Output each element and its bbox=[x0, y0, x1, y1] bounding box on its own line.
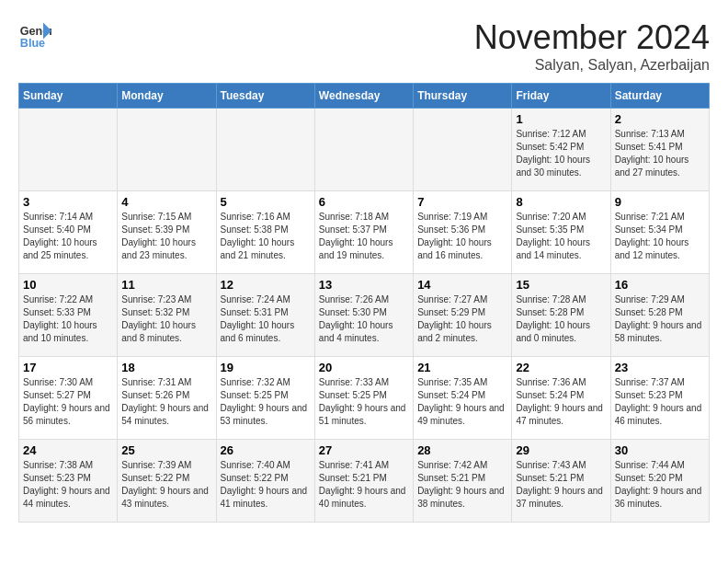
calendar-cell bbox=[19, 109, 118, 191]
calendar-week-row: 24Sunrise: 7:38 AMSunset: 5:23 PMDayligh… bbox=[19, 440, 710, 523]
day-info: Sunrise: 7:20 AMSunset: 5:35 PMDaylight:… bbox=[516, 211, 606, 262]
calendar-week-row: 1Sunrise: 7:12 AMSunset: 5:42 PMDaylight… bbox=[19, 109, 710, 191]
month-title: November 2024 bbox=[474, 18, 710, 57]
calendar-cell: 14Sunrise: 7:27 AMSunset: 5:29 PMDayligh… bbox=[414, 274, 512, 357]
calendar-cell: 6Sunrise: 7:18 AMSunset: 5:37 PMDaylight… bbox=[314, 191, 413, 274]
day-number: 25 bbox=[121, 443, 211, 457]
day-number: 19 bbox=[221, 361, 311, 374]
day-info: Sunrise: 7:19 AMSunset: 5:36 PMDaylight:… bbox=[417, 211, 507, 262]
calendar-cell: 19Sunrise: 7:32 AMSunset: 5:25 PMDayligh… bbox=[216, 357, 314, 440]
day-info: Sunrise: 7:35 AMSunset: 5:24 PMDaylight:… bbox=[417, 376, 507, 428]
day-info: Sunrise: 7:29 AMSunset: 5:28 PMDaylight:… bbox=[615, 293, 705, 345]
weekday-header-monday: Monday bbox=[118, 84, 216, 109]
calendar-cell: 21Sunrise: 7:35 AMSunset: 5:24 PMDayligh… bbox=[414, 357, 512, 440]
day-number: 8 bbox=[516, 195, 606, 209]
weekday-header-thursday: Thursday bbox=[414, 84, 512, 109]
day-number: 9 bbox=[615, 195, 705, 209]
day-info: Sunrise: 7:32 AMSunset: 5:25 PMDaylight:… bbox=[221, 376, 311, 428]
calendar-cell: 1Sunrise: 7:12 AMSunset: 5:42 PMDaylight… bbox=[512, 109, 610, 191]
calendar-cell: 9Sunrise: 7:21 AMSunset: 5:34 PMDaylight… bbox=[610, 191, 709, 274]
day-number: 23 bbox=[615, 361, 705, 374]
calendar-cell: 20Sunrise: 7:33 AMSunset: 5:25 PMDayligh… bbox=[314, 357, 413, 440]
calendar-cell: 7Sunrise: 7:19 AMSunset: 5:36 PMDaylight… bbox=[414, 191, 512, 274]
day-info: Sunrise: 7:15 AMSunset: 5:39 PMDaylight:… bbox=[121, 211, 211, 262]
calendar-cell: 23Sunrise: 7:37 AMSunset: 5:23 PMDayligh… bbox=[610, 357, 709, 440]
calendar-cell: 3Sunrise: 7:14 AMSunset: 5:40 PMDaylight… bbox=[19, 191, 118, 274]
calendar-cell: 28Sunrise: 7:42 AMSunset: 5:21 PMDayligh… bbox=[414, 440, 512, 523]
day-number: 16 bbox=[615, 278, 705, 292]
calendar-cell: 22Sunrise: 7:36 AMSunset: 5:24 PMDayligh… bbox=[512, 357, 610, 440]
logo: General Blue bbox=[18, 18, 51, 52]
calendar-cell bbox=[314, 109, 413, 191]
calendar-cell: 27Sunrise: 7:41 AMSunset: 5:21 PMDayligh… bbox=[314, 440, 413, 523]
day-number: 22 bbox=[516, 361, 606, 374]
weekday-header-row: SundayMondayTuesdayWednesdayThursdayFrid… bbox=[19, 84, 710, 109]
day-number: 26 bbox=[221, 443, 311, 457]
day-info: Sunrise: 7:28 AMSunset: 5:28 PMDaylight:… bbox=[516, 293, 606, 345]
location: Salyan, Salyan, Azerbaijan bbox=[474, 57, 710, 74]
day-info: Sunrise: 7:22 AMSunset: 5:33 PMDaylight:… bbox=[23, 293, 113, 345]
day-info: Sunrise: 7:31 AMSunset: 5:26 PMDaylight:… bbox=[121, 376, 211, 428]
calendar-cell: 12Sunrise: 7:24 AMSunset: 5:31 PMDayligh… bbox=[216, 274, 314, 357]
day-info: Sunrise: 7:14 AMSunset: 5:40 PMDaylight:… bbox=[23, 211, 113, 262]
weekday-header-tuesday: Tuesday bbox=[216, 84, 314, 109]
day-info: Sunrise: 7:33 AMSunset: 5:25 PMDaylight:… bbox=[319, 376, 409, 428]
day-info: Sunrise: 7:39 AMSunset: 5:22 PMDaylight:… bbox=[121, 459, 211, 511]
calendar-cell: 4Sunrise: 7:15 AMSunset: 5:39 PMDaylight… bbox=[118, 191, 216, 274]
day-info: Sunrise: 7:13 AMSunset: 5:41 PMDaylight:… bbox=[615, 128, 705, 179]
weekday-header-friday: Friday bbox=[512, 84, 610, 109]
day-info: Sunrise: 7:26 AMSunset: 5:30 PMDaylight:… bbox=[319, 293, 409, 345]
calendar-cell: 29Sunrise: 7:43 AMSunset: 5:21 PMDayligh… bbox=[512, 440, 610, 523]
day-info: Sunrise: 7:37 AMSunset: 5:23 PMDaylight:… bbox=[615, 376, 705, 428]
day-number: 6 bbox=[319, 195, 409, 209]
calendar-week-row: 3Sunrise: 7:14 AMSunset: 5:40 PMDaylight… bbox=[19, 191, 710, 274]
calendar-cell: 24Sunrise: 7:38 AMSunset: 5:23 PMDayligh… bbox=[19, 440, 118, 523]
day-number: 3 bbox=[23, 195, 113, 209]
day-number: 14 bbox=[417, 278, 507, 292]
day-number: 24 bbox=[23, 443, 113, 457]
day-number: 28 bbox=[417, 443, 507, 457]
day-number: 2 bbox=[615, 112, 705, 126]
calendar-cell: 18Sunrise: 7:31 AMSunset: 5:26 PMDayligh… bbox=[118, 357, 216, 440]
day-number: 10 bbox=[23, 278, 113, 292]
day-info: Sunrise: 7:41 AMSunset: 5:21 PMDaylight:… bbox=[319, 459, 409, 511]
day-number: 18 bbox=[121, 361, 211, 374]
calendar-cell: 5Sunrise: 7:16 AMSunset: 5:38 PMDaylight… bbox=[216, 191, 314, 274]
calendar-week-row: 10Sunrise: 7:22 AMSunset: 5:33 PMDayligh… bbox=[19, 274, 710, 357]
calendar-cell: 25Sunrise: 7:39 AMSunset: 5:22 PMDayligh… bbox=[118, 440, 216, 523]
day-number: 12 bbox=[221, 278, 311, 292]
calendar-week-row: 17Sunrise: 7:30 AMSunset: 5:27 PMDayligh… bbox=[19, 357, 710, 440]
day-number: 13 bbox=[319, 278, 409, 292]
day-info: Sunrise: 7:30 AMSunset: 5:27 PMDaylight:… bbox=[23, 376, 113, 428]
day-number: 7 bbox=[417, 195, 507, 209]
day-number: 5 bbox=[221, 195, 311, 209]
day-number: 27 bbox=[319, 443, 409, 457]
calendar-cell: 16Sunrise: 7:29 AMSunset: 5:28 PMDayligh… bbox=[610, 274, 709, 357]
weekday-header-sunday: Sunday bbox=[19, 84, 118, 109]
logo-icon: General Blue bbox=[18, 18, 51, 52]
calendar-cell: 17Sunrise: 7:30 AMSunset: 5:27 PMDayligh… bbox=[19, 357, 118, 440]
day-info: Sunrise: 7:36 AMSunset: 5:24 PMDaylight:… bbox=[516, 376, 606, 428]
title-block: November 2024 Salyan, Salyan, Azerbaijan bbox=[474, 18, 710, 74]
svg-text:Blue: Blue bbox=[20, 37, 45, 50]
calendar-cell bbox=[216, 109, 314, 191]
day-info: Sunrise: 7:38 AMSunset: 5:23 PMDaylight:… bbox=[23, 459, 113, 511]
day-number: 21 bbox=[417, 361, 507, 374]
day-info: Sunrise: 7:40 AMSunset: 5:22 PMDaylight:… bbox=[221, 459, 311, 511]
day-number: 30 bbox=[615, 443, 705, 457]
day-number: 20 bbox=[319, 361, 409, 374]
day-info: Sunrise: 7:24 AMSunset: 5:31 PMDaylight:… bbox=[221, 293, 311, 345]
day-info: Sunrise: 7:23 AMSunset: 5:32 PMDaylight:… bbox=[121, 293, 211, 345]
day-number: 17 bbox=[23, 361, 113, 374]
day-info: Sunrise: 7:16 AMSunset: 5:38 PMDaylight:… bbox=[221, 211, 311, 262]
day-info: Sunrise: 7:21 AMSunset: 5:34 PMDaylight:… bbox=[615, 211, 705, 262]
day-number: 29 bbox=[516, 443, 606, 457]
calendar-cell bbox=[414, 109, 512, 191]
calendar-cell: 13Sunrise: 7:26 AMSunset: 5:30 PMDayligh… bbox=[314, 274, 413, 357]
day-number: 1 bbox=[516, 112, 606, 126]
calendar-cell: 8Sunrise: 7:20 AMSunset: 5:35 PMDaylight… bbox=[512, 191, 610, 274]
calendar-cell bbox=[118, 109, 216, 191]
calendar-cell: 15Sunrise: 7:28 AMSunset: 5:28 PMDayligh… bbox=[512, 274, 610, 357]
calendar-cell: 2Sunrise: 7:13 AMSunset: 5:41 PMDaylight… bbox=[610, 109, 709, 191]
calendar-table: SundayMondayTuesdayWednesdayThursdayFrid… bbox=[18, 83, 710, 523]
